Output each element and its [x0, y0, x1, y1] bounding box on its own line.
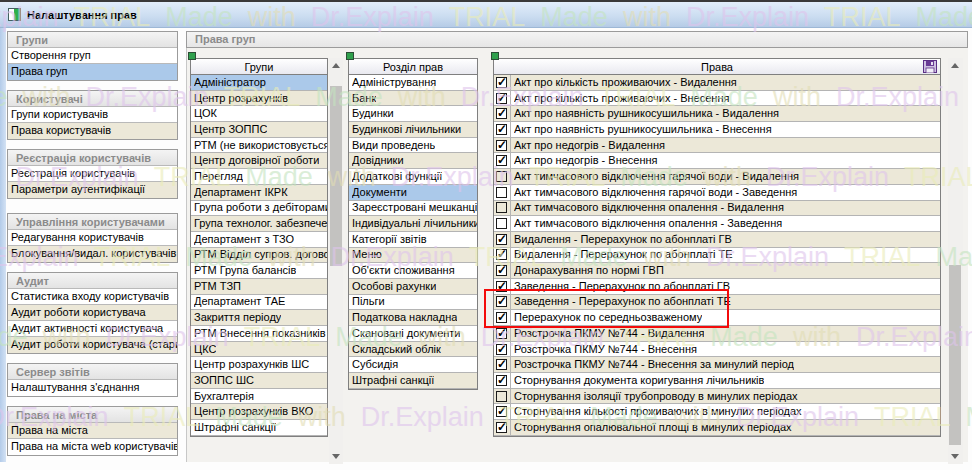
rights-section-row[interactable]: Додаткові функції	[349, 169, 477, 185]
right-row[interactable]: Сторнування кількості проживаючих в мину…	[494, 404, 940, 420]
sidebar-item[interactable]: Права користувачів	[8, 123, 177, 139]
checkbox-unchecked-icon[interactable]	[496, 202, 507, 213]
checkbox-checked-icon[interactable]	[496, 124, 507, 135]
rights-section-row[interactable]: Субсидія	[349, 357, 477, 373]
checkbox-checked-icon[interactable]	[496, 265, 507, 276]
checkbox-checked-icon[interactable]	[496, 155, 507, 166]
checkbox-checked-icon[interactable]	[496, 328, 507, 339]
checkbox-unchecked-icon[interactable]	[496, 171, 507, 182]
rights-section-row[interactable]: Індивідуальні лічильники	[349, 216, 477, 232]
sidebar-item[interactable]: Статистика входу користувачів	[8, 289, 177, 305]
checkbox-checked-icon[interactable]	[496, 93, 507, 104]
right-row[interactable]: Перерахунок по середньозваженому	[494, 310, 940, 326]
right-row[interactable]: Акт про недогрів - Видалення	[494, 138, 940, 154]
checkbox-checked-icon[interactable]	[496, 234, 507, 245]
rights-section-row[interactable]: Будинки	[349, 106, 477, 122]
sidebar-item[interactable]: Реєстрація користувачів	[8, 166, 177, 182]
group-row[interactable]: Перегляд	[191, 169, 327, 185]
checkbox-checked-icon[interactable]	[496, 140, 507, 151]
group-row[interactable]: Департамент з ТЗО	[191, 232, 327, 248]
right-row[interactable]: Акт про наявність рушникосушильника - Ви…	[494, 106, 940, 122]
checkbox-checked-icon[interactable]	[496, 406, 507, 417]
group-row[interactable]: Центр розрахунків	[191, 91, 327, 107]
right-row[interactable]: Акт тимчасового відключення опалення - З…	[494, 216, 940, 232]
right-row[interactable]: Акт про недогрів - Внесення	[494, 153, 940, 169]
right-row[interactable]: Сторнування опалювальної площі в минулих…	[494, 420, 940, 436]
group-row[interactable]: ЦКС	[191, 342, 327, 358]
sidebar-item[interactable]: Права на міста	[8, 423, 177, 439]
right-row[interactable]: Акт тимчасового відключення гарячої води…	[494, 169, 940, 185]
sidebar-item[interactable]: Права груп	[8, 64, 177, 80]
group-row[interactable]: РТМ Відділ супров. договор	[191, 248, 327, 264]
group-row[interactable]: Департамент ТАЕ	[191, 295, 327, 311]
rights-section-row[interactable]: Довідники	[349, 153, 477, 169]
list-corner-button[interactable]	[346, 52, 354, 60]
right-row[interactable]: Акт тимчасового відключення опалення - В…	[494, 201, 940, 217]
rights-section-row[interactable]: Адміністрування	[349, 75, 477, 91]
rights-section-row[interactable]: Документи	[349, 185, 477, 201]
right-row[interactable]: Видалення - Перерахунок по абонплаті ГВ	[494, 232, 940, 248]
list-corner-button[interactable]	[188, 52, 196, 60]
checkbox-checked-icon[interactable]	[496, 281, 507, 292]
right-row[interactable]: Сторнування документа коригування лічиль…	[494, 373, 940, 389]
sidebar-item[interactable]: Права на міста web користувачів	[8, 439, 177, 455]
sidebar-item[interactable]: Аудит роботи користувача (стари	[8, 337, 177, 353]
rights-section-row[interactable]: Банк	[349, 91, 477, 107]
rights-section-row[interactable]: Категорії звітів	[349, 232, 477, 248]
right-row[interactable]: Заведення - Перерахунок по абонплаті ТЕ	[494, 295, 940, 311]
save-icon[interactable]	[923, 60, 937, 73]
group-row[interactable]: Центр ЗОППС	[191, 122, 327, 138]
checkbox-checked-icon[interactable]	[496, 108, 507, 119]
scroll-up-icon[interactable]	[332, 63, 340, 68]
scroll-up-icon[interactable]	[951, 63, 959, 68]
group-row[interactable]: Центр розрахунків ШС	[191, 357, 327, 373]
rights-section-row[interactable]: Зареєстровані мешканці	[349, 201, 477, 217]
group-row[interactable]: Група роботи з дебіторами	[191, 201, 327, 217]
checkbox-checked-icon[interactable]	[496, 375, 507, 386]
sidebar-item[interactable]: Аудит активності користувача	[8, 321, 177, 337]
sidebar-item[interactable]: Блокування/видал. користувачів	[8, 246, 177, 262]
sidebar-item[interactable]: Параметри аутентифікації	[8, 182, 177, 198]
group-row[interactable]: Закриття періоду	[191, 310, 327, 326]
right-row[interactable]: Розстрочка ПКМУ №744 - Внесення за минул…	[494, 357, 940, 373]
group-row[interactable]: РТМ ТЗП	[191, 279, 327, 295]
checkbox-unchecked-icon[interactable]	[496, 391, 507, 402]
scroll-down-icon[interactable]	[951, 454, 959, 459]
right-row[interactable]: Розстрочка ПКМУ №744 - Видалення	[494, 326, 940, 342]
group-row[interactable]: РТМ Внесення показників	[191, 326, 327, 342]
group-row[interactable]: РТМ (не використовується)	[191, 138, 327, 154]
right-row[interactable]: Акт про кількість проживаючих - Видаленн…	[494, 75, 940, 91]
rights-column-header[interactable]: Права	[494, 59, 940, 75]
rights-section-row[interactable]: Будинкові лічильники	[349, 122, 477, 138]
group-row[interactable]: Група технолог. забезпечен	[191, 216, 327, 232]
checkbox-unchecked-icon[interactable]	[496, 187, 507, 198]
scrollbar-thumb[interactable]	[949, 265, 961, 445]
rights-section-row[interactable]: Об'єкти споживання	[349, 263, 477, 279]
rights-section-row[interactable]: Пільги	[349, 295, 477, 311]
group-row[interactable]: ЗОППС ШС	[191, 373, 327, 389]
sidebar-item[interactable]: Налаштування з'єднання	[8, 380, 177, 396]
checkbox-unchecked-icon[interactable]	[496, 218, 507, 229]
rights-section-row[interactable]: Податкова накладна	[349, 310, 477, 326]
rights-scrollbar[interactable]	[948, 58, 963, 464]
sidebar-item[interactable]: Групи користувачів	[8, 107, 177, 123]
right-row[interactable]: Акт тимчасового відключення гарячої води…	[494, 185, 940, 201]
group-row[interactable]: Штрафні санкції	[191, 420, 327, 436]
group-row[interactable]: РТМ Група балансів	[191, 263, 327, 279]
checkbox-checked-icon[interactable]	[496, 359, 507, 370]
group-row[interactable]: Центр договірної роботи	[191, 153, 327, 169]
checkbox-checked-icon[interactable]	[496, 296, 507, 307]
rights-section-row[interactable]: Скановані документи	[349, 326, 477, 342]
rights-section-row[interactable]: Види проведень	[349, 138, 477, 154]
right-row[interactable]: Акт про наявність рушникосушильника - Вн…	[494, 122, 940, 138]
right-row[interactable]: Сторнування ізоляції трубопроводу в мину…	[494, 389, 940, 405]
groups-column-header[interactable]: Групи	[191, 59, 327, 75]
group-row[interactable]: Центр розрахунків ВКО	[191, 404, 327, 420]
sidebar-item[interactable]: Створення груп	[8, 48, 177, 64]
group-row[interactable]: Адміністратор	[191, 75, 327, 91]
right-row[interactable]: Видалення - Перерахунок по абонплаті ТЕ	[494, 248, 940, 264]
checkbox-checked-icon[interactable]	[496, 77, 507, 88]
group-row[interactable]: ЦОК	[191, 106, 327, 122]
rights-section-row[interactable]: Меню	[349, 248, 477, 264]
scrollbar-thumb[interactable]	[330, 86, 342, 266]
